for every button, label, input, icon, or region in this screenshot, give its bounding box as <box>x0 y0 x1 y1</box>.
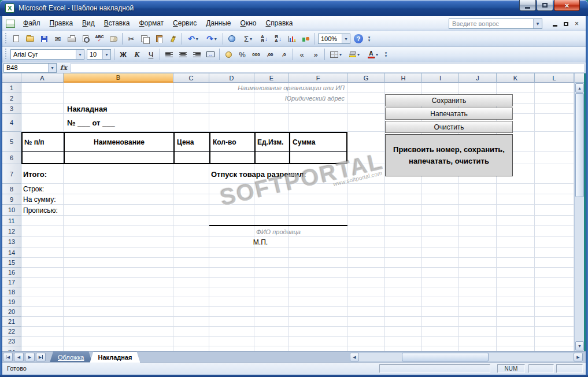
workbook-minimize-button[interactable] <box>550 20 559 28</box>
horizontal-scroll-thumb[interactable] <box>402 353 489 361</box>
cell-A23[interactable] <box>21 337 64 346</box>
cell-F14[interactable] <box>289 247 347 258</box>
cell-B13[interactable] <box>64 236 173 247</box>
cell-L1[interactable] <box>535 83 574 93</box>
row-header-17[interactable]: 17 <box>2 278 21 287</box>
column-header-F[interactable]: F <box>289 73 347 83</box>
cell-A22[interactable] <box>21 327 64 337</box>
cell-J24[interactable] <box>459 346 497 351</box>
cell-H14[interactable] <box>385 247 422 258</box>
cell-G21[interactable] <box>347 317 385 327</box>
row-header-22[interactable]: 22 <box>2 327 21 337</box>
cell-D19[interactable] <box>209 297 254 307</box>
cell-K8[interactable] <box>497 184 535 194</box>
cell-H11[interactable] <box>385 216 422 226</box>
column-header-H[interactable]: H <box>385 73 422 83</box>
cell-G17[interactable] <box>347 278 385 287</box>
cell-K11[interactable] <box>497 216 535 226</box>
cell-D8[interactable] <box>209 184 254 194</box>
row-header-13[interactable]: 13 <box>2 236 21 247</box>
cell-E8[interactable] <box>254 184 289 194</box>
cell-A19[interactable] <box>21 297 64 307</box>
cell-K1[interactable] <box>497 83 535 93</box>
print-form-button[interactable]: Напечатать <box>385 108 513 120</box>
cell-C21[interactable] <box>173 317 209 327</box>
chevron-down-icon[interactable]: ▾ <box>533 19 542 28</box>
cell-B12[interactable] <box>64 226 173 236</box>
merge-center-button[interactable]: ↔ <box>204 48 217 61</box>
cell-B4[interactable] <box>64 114 173 132</box>
row-header-23[interactable]: 23 <box>2 337 21 346</box>
cell-L8[interactable] <box>535 184 574 194</box>
cell-G8[interactable] <box>347 184 385 194</box>
cell-L10[interactable] <box>535 205 574 216</box>
row-header-19[interactable]: 19 <box>2 297 21 307</box>
cell-E12[interactable] <box>254 226 289 236</box>
previous-sheet-button[interactable]: ◀ <box>14 353 24 361</box>
cell-G7[interactable] <box>347 164 385 184</box>
cell-G22[interactable] <box>347 327 385 337</box>
vertical-scrollbar[interactable]: ▲ ▼ <box>574 73 584 351</box>
cell-L16[interactable] <box>535 268 574 278</box>
cell-D15[interactable] <box>209 258 254 268</box>
cell-D2[interactable] <box>209 93 254 104</box>
cell-F19[interactable] <box>289 297 347 307</box>
cell-A9[interactable] <box>21 194 64 205</box>
cell-L5[interactable] <box>535 132 574 151</box>
cell-E9[interactable] <box>254 194 289 205</box>
cell-H10[interactable] <box>385 205 422 216</box>
print-button[interactable] <box>65 32 79 45</box>
cell-B24[interactable] <box>64 346 173 351</box>
cell-L9[interactable] <box>535 194 574 205</box>
cell-J15[interactable] <box>459 258 497 268</box>
menu-help[interactable]: Справка <box>261 17 297 30</box>
cell-K12[interactable] <box>497 226 535 236</box>
cell-F23[interactable] <box>289 337 347 346</box>
cell-J1[interactable] <box>459 83 497 93</box>
save-button[interactable] <box>37 32 51 45</box>
cell-E1[interactable] <box>254 83 289 93</box>
row-header-4[interactable]: 4 <box>2 114 21 132</box>
cell-I18[interactable] <box>422 287 459 297</box>
cell-I21[interactable] <box>422 317 459 327</box>
cell-E7[interactable] <box>254 164 289 184</box>
cell-F21[interactable] <box>289 317 347 327</box>
new-button[interactable] <box>9 32 23 45</box>
cell-D1[interactable] <box>209 83 254 93</box>
cell-D10[interactable] <box>209 205 254 216</box>
name-box[interactable]: B48 ▾ <box>3 63 57 73</box>
currency-button[interactable] <box>221 48 235 61</box>
cell-B15[interactable] <box>64 258 173 268</box>
cell-L3[interactable] <box>535 104 574 114</box>
cell-F1[interactable] <box>289 83 347 93</box>
cell-I17[interactable] <box>422 278 459 287</box>
cell-H19[interactable] <box>385 297 422 307</box>
cell-F16[interactable] <box>289 268 347 278</box>
cell-K24[interactable] <box>497 346 535 351</box>
cell-E15[interactable] <box>254 258 289 268</box>
row-header-21[interactable]: 21 <box>2 317 21 327</box>
cell-H9[interactable] <box>385 194 422 205</box>
row-header-24[interactable]: 24 <box>2 346 21 351</box>
cell-J19[interactable] <box>459 297 497 307</box>
cell-B1[interactable] <box>64 83 173 93</box>
decrease-decimal-button[interactable]: ,0 <box>277 48 291 61</box>
cell-D3[interactable] <box>209 104 254 114</box>
toolbar-grip[interactable] <box>5 33 7 45</box>
column-header-B[interactable]: B <box>64 73 173 83</box>
cell-L11[interactable] <box>535 216 574 226</box>
cell-A2[interactable] <box>21 93 64 104</box>
cell-L19[interactable] <box>535 297 574 307</box>
font-color-button[interactable]: А ▾ <box>364 48 382 61</box>
spelling-button[interactable]: ABC ✓ <box>93 32 106 45</box>
row-header-11[interactable]: 11 <box>2 216 21 226</box>
cell-B3[interactable] <box>64 104 173 114</box>
cell-C15[interactable] <box>173 258 209 268</box>
cell-G20[interactable] <box>347 307 385 317</box>
cell-G24[interactable] <box>347 346 385 351</box>
column-header-E[interactable]: E <box>254 73 289 83</box>
row-header-9[interactable]: 9 <box>2 194 21 205</box>
cell-D20[interactable] <box>209 307 254 317</box>
cell-J13[interactable] <box>459 236 497 247</box>
cell-F24[interactable] <box>289 346 347 351</box>
